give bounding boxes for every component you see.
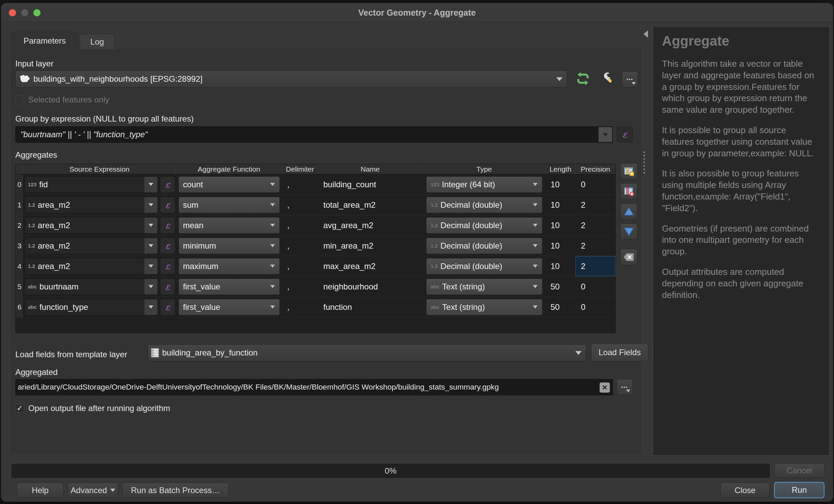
close-button[interactable]: Close [721, 483, 770, 498]
source-expression-combo[interactable]: 1.2 area_m2 [25, 238, 158, 254]
aggregate-function-combo[interactable]: mean [179, 217, 280, 234]
expression-builder-button[interactable]: ε [160, 279, 175, 295]
chevron-down-icon[interactable] [267, 218, 278, 233]
length-cell[interactable]: 10 [546, 236, 575, 256]
expression-builder-button[interactable]: ε [160, 217, 175, 234]
aggregate-function-combo[interactable]: count [179, 176, 280, 193]
aggregate-function-combo[interactable]: first_value [179, 279, 280, 295]
run-as-batch-button[interactable]: Run as Batch Process… [122, 483, 229, 498]
chevron-down-icon[interactable] [530, 258, 541, 274]
length-cell[interactable]: 50 [546, 297, 575, 317]
chevron-down-icon[interactable] [267, 299, 278, 315]
expression-builder-button[interactable]: ε [160, 258, 175, 274]
chevron-down-icon[interactable] [267, 258, 278, 274]
chevron-down-icon[interactable] [552, 71, 567, 87]
chevron-down-icon[interactable] [599, 127, 612, 142]
input-layer-combo[interactable]: buildings_with_neighbourhoods [EPSG:2899… [15, 70, 567, 88]
tab-log[interactable]: Log [80, 34, 114, 49]
precision-cell[interactable]: 2 [575, 215, 615, 235]
precision-cell-selected[interactable]: 2 [575, 256, 615, 276]
advanced-button[interactable]: Advanced [68, 483, 118, 498]
type-combo[interactable]: abc Text (string) [426, 299, 542, 315]
chevron-down-icon[interactable] [144, 218, 157, 233]
aggregate-function-combo[interactable]: minimum [179, 238, 280, 254]
chevron-down-icon[interactable] [530, 197, 541, 213]
precision-cell[interactable]: 2 [575, 195, 615, 215]
source-expression-combo[interactable]: abc buurtnaam [25, 279, 158, 295]
type-combo[interactable]: 123 Integer (64 bit) [426, 176, 542, 193]
collapse-help-panel-arrow[interactable] [644, 30, 648, 38]
move-up-button[interactable] [620, 203, 637, 220]
length-cell[interactable]: 10 [546, 195, 575, 215]
group-by-expression-builder-button[interactable]: ε [617, 126, 633, 142]
delimiter-cell[interactable]: , [282, 215, 318, 235]
chevron-down-icon[interactable] [144, 238, 157, 254]
add-aggregate-button[interactable] [620, 163, 637, 179]
tab-parameters[interactable]: Parameters [12, 32, 78, 49]
delimiter-cell[interactable]: , [282, 297, 318, 317]
name-cell[interactable]: neighbourhood [318, 277, 423, 297]
type-combo[interactable]: 1.2 Decimal (double) [426, 217, 542, 234]
name-cell[interactable]: total_area_m2 [318, 195, 423, 215]
move-down-button[interactable] [620, 223, 637, 240]
iterate-over-layer-button[interactable] [575, 70, 591, 87]
aggregate-function-combo[interactable]: first_value [179, 299, 280, 315]
expression-builder-button[interactable]: ε [160, 197, 175, 213]
delimiter-cell[interactable]: , [282, 236, 318, 256]
length-cell[interactable]: 10 [546, 256, 575, 276]
chevron-down-icon[interactable] [530, 177, 541, 192]
chevron-down-icon[interactable] [144, 177, 157, 192]
expression-builder-button[interactable]: ε [160, 176, 175, 193]
chevron-down-icon[interactable] [144, 279, 157, 295]
delimiter-cell[interactable]: , [282, 256, 318, 276]
name-cell[interactable]: avg_area_m2 [318, 215, 423, 235]
chevron-down-icon[interactable] [530, 218, 541, 233]
delimiter-cell[interactable]: , [282, 195, 318, 215]
chevron-down-icon[interactable] [530, 299, 541, 315]
run-button[interactable]: Run [774, 482, 824, 498]
chevron-down-icon[interactable] [144, 258, 157, 274]
length-cell[interactable]: 10 [546, 174, 575, 194]
remove-aggregate-button[interactable] [620, 183, 637, 200]
open-output-checkbox[interactable]: ✓ Open output file after running algorit… [15, 404, 170, 413]
load-fields-button[interactable]: Load Fields [591, 344, 648, 361]
chevron-down-icon[interactable] [144, 197, 157, 213]
source-expression-combo[interactable]: 1.2 area_m2 [25, 217, 158, 234]
group-by-expression-input[interactable]: "buurtnaam" || ' - ' || "function_type" [15, 126, 613, 143]
name-cell[interactable]: min_area_m2 [318, 236, 423, 256]
chevron-down-icon[interactable] [144, 299, 157, 315]
precision-cell[interactable]: 0 [575, 174, 615, 194]
chevron-down-icon[interactable] [267, 279, 278, 295]
expression-builder-button[interactable]: ε [160, 299, 175, 315]
precision-cell[interactable]: 2 [575, 236, 615, 256]
clear-path-button[interactable]: ✕ [600, 382, 610, 393]
name-cell[interactable]: max_area_m2 [318, 256, 423, 276]
checkbox-checked[interactable]: ✓ [15, 404, 24, 413]
aggregate-function-combo[interactable]: maximum [179, 258, 280, 274]
advanced-options-button[interactable] [599, 70, 615, 87]
chevron-down-icon[interactable] [571, 345, 586, 361]
chevron-down-icon[interactable] [267, 238, 278, 254]
delimiter-cell[interactable]: , [282, 174, 318, 194]
precision-cell[interactable]: 0 [575, 297, 615, 317]
name-cell[interactable]: function [318, 297, 423, 317]
output-path-input[interactable]: aried/Library/CloudStorage/OneDrive-Delf… [15, 379, 613, 395]
chevron-down-icon[interactable] [267, 197, 278, 213]
aggregate-function-combo[interactable]: sum [179, 197, 280, 213]
expression-builder-button[interactable]: ε [160, 238, 175, 254]
output-browse-button[interactable]: ••• [617, 379, 633, 395]
delimiter-cell[interactable]: , [282, 277, 318, 297]
titlebar[interactable]: Vector Geometry - Aggregate [1, 3, 833, 22]
source-expression-combo[interactable]: abc function_type [25, 299, 158, 315]
type-combo[interactable]: 1.2 Decimal (double) [426, 238, 542, 254]
name-cell[interactable]: building_count [318, 174, 423, 194]
template-layer-combo[interactable]: building_area_by_function [148, 344, 586, 361]
type-combo[interactable]: 1.2 Decimal (double) [426, 258, 542, 274]
length-cell[interactable]: 10 [546, 215, 575, 235]
panel-splitter-handle[interactable] [643, 152, 646, 174]
clear-selection-button[interactable] [620, 249, 637, 265]
chevron-down-icon[interactable] [267, 177, 278, 192]
length-cell[interactable]: 50 [546, 277, 575, 297]
chevron-down-icon[interactable] [530, 238, 541, 254]
source-expression-combo[interactable]: 1.2 area_m2 [25, 258, 158, 274]
